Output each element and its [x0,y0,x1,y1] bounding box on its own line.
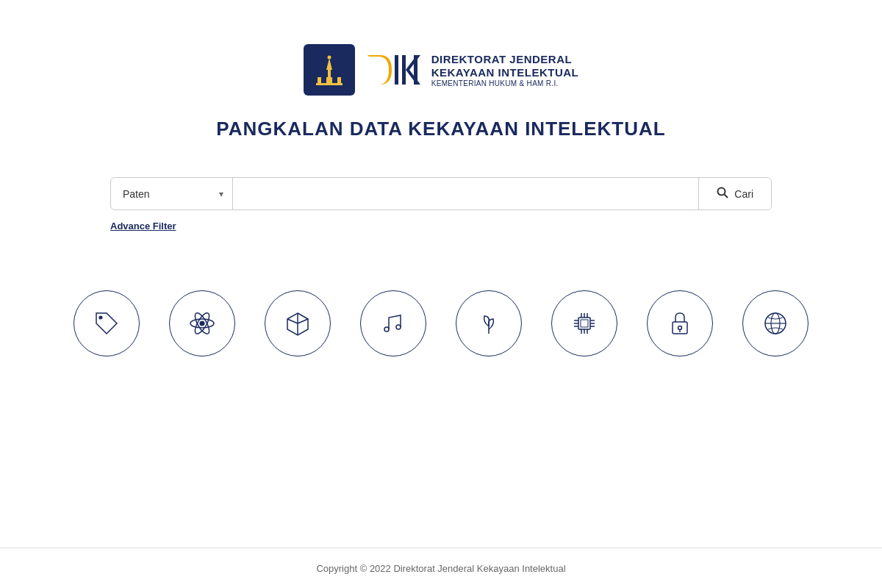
search-row: Paten Merek Hak Cipta Desain Industri Pa… [110,177,772,210]
search-button-label: Cari [734,188,753,200]
svg-rect-8 [402,55,406,85]
merek-icon-circle[interactable] [74,290,140,356]
logo-title-line1: DIREKTORAT JENDERAL [431,53,579,66]
svg-point-14 [200,321,204,326]
logo-title-line2: KEKAYAAN INTELEKTUAL [431,66,579,79]
svg-rect-26 [581,320,588,327]
logo-subtitle: KEMENTERIAN HUKUM & HAM R.I. [431,79,579,87]
svg-marker-9 [406,55,420,85]
search-area: Paten Merek Hak Cipta Desain Industri Pa… [110,177,772,232]
footer: Copyright © 2022 Direktorat Jenderal Kek… [0,548,882,588]
pvt-icon-circle[interactable] [456,290,522,356]
svg-rect-1 [328,70,331,79]
svg-point-3 [327,56,331,60]
svg-point-13 [99,316,102,319]
search-input[interactable] [233,178,698,209]
tag-icon [90,307,123,340]
cube-icon [282,307,314,340]
paten-icon-circle[interactable] [169,290,235,356]
search-icon [717,187,728,201]
svg-rect-5 [337,77,341,83]
advance-filter-link[interactable]: Advance Filter [110,220,772,232]
atom-icon [186,307,218,340]
svg-marker-2 [326,58,332,70]
page-title: PANGKALAN DATA KEKAYAAN INTELEKTUAL [216,118,665,140]
svg-rect-7 [395,55,398,85]
svg-point-11 [718,188,725,196]
svg-line-21 [287,319,298,323]
svg-point-24 [396,325,401,329]
mask-icon [759,307,792,340]
svg-rect-25 [578,318,590,329]
footer-copyright: Copyright © 2022 Direktorat Jenderal Kek… [316,563,565,574]
svg-rect-4 [318,77,321,83]
select-wrapper: Paten Merek Hak Cipta Desain Industri Pa… [111,178,233,209]
plant-icon [473,307,505,340]
rahasia-dagang-icon-circle[interactable] [647,290,713,356]
logo-emblem [304,44,355,96]
svg-line-12 [725,195,728,198]
svg-rect-10 [414,55,417,85]
indikasi-geografis-icon-circle[interactable] [742,290,808,356]
category-select[interactable]: Paten Merek Hak Cipta Desain Industri Pa… [111,179,232,209]
svg-point-40 [678,326,682,330]
music-icon [377,307,409,340]
desain-industri-icon-circle[interactable] [265,290,331,356]
hak-cipta-icon-circle[interactable] [360,290,426,356]
dtlst-icon-circle[interactable] [551,290,617,356]
svg-rect-6 [316,83,343,85]
search-button[interactable]: Cari [698,178,771,209]
lock-icon [664,307,696,340]
svg-line-20 [298,319,308,323]
logo-text-area: DIREKTORAT JENDERAL KEKAYAAN INTELEKTUAL… [431,53,579,87]
logo-arrows [364,48,423,92]
logo-area: DIREKTORAT JENDERAL KEKAYAAN INTELEKTUAL… [304,44,579,96]
svg-point-23 [384,327,389,331]
icons-row [74,290,808,356]
chip-icon [568,307,600,340]
